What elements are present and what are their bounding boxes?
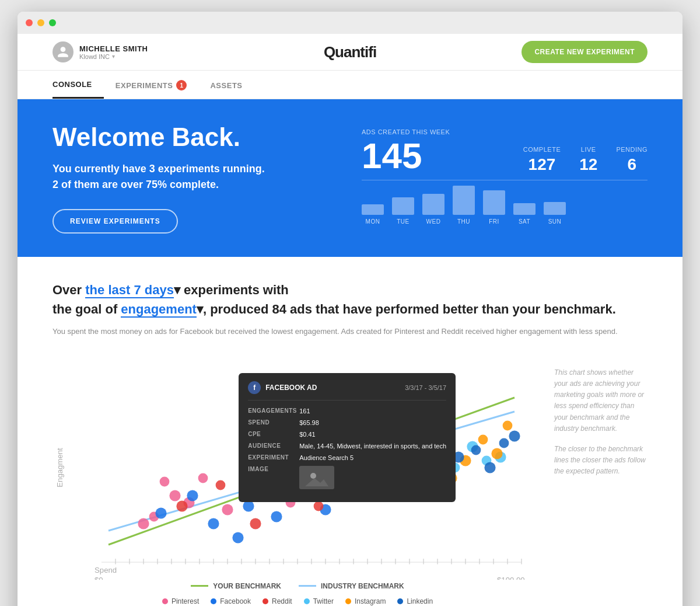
tooltip-experiment: EXPERIMENT Audience Search 5 xyxy=(248,454,446,461)
minimize-dot[interactable] xyxy=(37,19,44,26)
svg-point-49 xyxy=(208,518,219,529)
svg-point-83 xyxy=(471,445,481,455)
svg-point-55 xyxy=(232,532,243,543)
insight-heading: Over the last 7 days▾ experiments withth… xyxy=(52,280,648,319)
header-right: CREATE NEW EXPERIMENT xyxy=(449,41,648,63)
chart-tooltip: f FACEBOOK AD 3/3/17 - 3/5/17 ENGAGEMENT… xyxy=(239,373,456,502)
experiments-badge: 1 xyxy=(176,80,187,90)
stats-top: ADS CREATED THIS WEEK 145 COMPLETE 127 L… xyxy=(362,128,648,180)
tooltip-audience: AUDIENCE Male, 14-45, Midwest, intereste… xyxy=(248,443,446,450)
bar-wed: WED xyxy=(422,194,444,225)
svg-point-41 xyxy=(198,473,208,483)
tooltip-date: 3/3/17 - 3/5/17 xyxy=(405,384,446,391)
svg-point-63 xyxy=(314,501,324,511)
legend-linkedin: Linkedin xyxy=(397,597,433,605)
svg-point-75 xyxy=(478,434,488,444)
svg-text:$0: $0 xyxy=(94,576,103,580)
period-link[interactable]: the last 7 days xyxy=(85,283,174,298)
scatter-chart: Engagment Spend $0 $100.00 xyxy=(52,356,542,605)
svg-text:Engagment: Engagment xyxy=(55,448,64,487)
bar-sun: SUN xyxy=(544,202,566,225)
app-window: MICHELLE SMITH Klowd INC ▾ Quantifi CREA… xyxy=(18,12,682,606)
facebook-icon: f xyxy=(248,381,261,394)
svg-point-84 xyxy=(484,462,495,473)
svg-point-53 xyxy=(271,511,282,522)
svg-point-39 xyxy=(160,476,170,486)
bar-fri: FRI xyxy=(483,190,505,225)
tooltip-engagements: ENGAGEMENTS 161 xyxy=(248,408,446,415)
svg-point-85 xyxy=(499,438,509,448)
hero-stats: ADS CREATED THIS WEEK 145 COMPLETE 127 L… xyxy=(362,123,648,225)
nav-console[interactable]: CONSOLE xyxy=(52,71,104,99)
svg-point-58 xyxy=(216,480,226,490)
insight-prefix: Over xyxy=(52,283,82,297)
maximize-dot[interactable] xyxy=(49,19,56,26)
bar-thu: THU xyxy=(453,186,475,225)
live-stat: LIVE 12 xyxy=(579,146,597,174)
ads-value: 145 xyxy=(362,138,523,174)
hero-banner: Welcome Back. You currently have 3 exper… xyxy=(18,99,682,257)
close-dot[interactable] xyxy=(26,19,33,26)
avatar xyxy=(52,41,74,62)
legend-facebook: Facebook xyxy=(211,597,251,605)
goal-link[interactable]: engagement xyxy=(121,302,197,318)
platform-legend: Pinterest Facebook Reddit Twitter xyxy=(52,597,542,605)
svg-point-46 xyxy=(155,507,166,518)
chart-description: This chart shows whether your ads are ac… xyxy=(554,356,648,605)
user-text: MICHELLE SMITH Klowd INC ▾ xyxy=(79,44,148,60)
review-experiments-button[interactable]: REVIEW EXPERIMENTS xyxy=(52,209,178,234)
nav-experiments[interactable]: EXPERIMENTS 1 xyxy=(116,71,199,99)
main-nav: CONSOLE EXPERIMENTS 1 ASSETS xyxy=(18,71,682,99)
tooltip-cpe: CPE $0.41 xyxy=(248,431,446,438)
tooltip-image-preview xyxy=(299,466,334,489)
legend-instagram: Instagram xyxy=(345,597,386,605)
bar-tue: TUE xyxy=(392,197,414,225)
svg-point-57 xyxy=(176,500,187,511)
bar-mon: MON xyxy=(362,204,384,225)
titlebar xyxy=(18,12,682,34)
pending-stat: PENDING 6 xyxy=(616,146,648,174)
weekly-bar-chart: MON TUE WED THU FRI xyxy=(362,190,648,225)
bar-sat: SAT xyxy=(513,203,536,225)
svg-point-38 xyxy=(169,490,180,501)
ads-created-stat: ADS CREATED THIS WEEK 145 xyxy=(362,128,523,174)
svg-point-62 xyxy=(250,518,261,529)
tooltip-image: IMAGE xyxy=(248,466,446,489)
chevron-down-icon: ▾ xyxy=(112,53,115,60)
create-experiment-button[interactable]: CREATE NEW EXPERIMENT xyxy=(522,41,648,63)
legend-twitter: Twitter xyxy=(304,597,334,605)
hero-subtitle: You currently have 3 experiments running… xyxy=(52,161,338,193)
svg-point-47 xyxy=(187,490,198,501)
svg-point-48 xyxy=(243,500,254,511)
header: MICHELLE SMITH Klowd INC ▾ Quantifi CREA… xyxy=(18,34,682,71)
complete-stat: COMPLETE 127 xyxy=(523,146,561,174)
svg-point-76 xyxy=(491,448,502,459)
svg-point-77 xyxy=(503,420,513,430)
user-company: Klowd INC ▾ xyxy=(79,53,148,60)
svg-point-86 xyxy=(509,430,520,441)
main-content: Over the last 7 days▾ experiments withth… xyxy=(18,257,682,606)
hero-title: Welcome Back. xyxy=(52,123,338,152)
tooltip-header: f FACEBOOK AD 3/3/17 - 3/5/17 xyxy=(248,381,446,400)
app-logo: Quantifi xyxy=(251,43,449,61)
user-name: MICHELLE SMITH xyxy=(79,44,148,53)
legend-pinterest: Pinterest xyxy=(162,597,199,605)
insight-description: You spent the most money on ads for Face… xyxy=(52,326,648,338)
tooltip-spend: SPEND $65.98 xyxy=(248,419,446,426)
legend-reddit: Reddit xyxy=(262,597,292,605)
svg-point-37 xyxy=(138,518,149,529)
hero-left: Welcome Back. You currently have 3 exper… xyxy=(52,123,338,234)
your-benchmark-legend: YOUR BENCHMARK xyxy=(191,582,281,590)
tooltip-platform: FACEBOOK AD xyxy=(265,384,317,392)
nav-assets[interactable]: ASSETS xyxy=(210,71,254,99)
benchmark-legend: YOUR BENCHMARK INDUSTRY BENCHMARK xyxy=(52,582,542,590)
ads-label: ADS CREATED THIS WEEK xyxy=(362,128,523,135)
svg-text:Spend: Spend xyxy=(94,566,117,574)
secondary-stats: COMPLETE 127 LIVE 12 PENDING 6 xyxy=(523,146,648,174)
svg-text:$100.00: $100.00 xyxy=(497,576,525,580)
user-info: MICHELLE SMITH Klowd INC ▾ xyxy=(52,41,251,62)
industry-benchmark-legend: INDUSTRY BENCHMARK xyxy=(299,582,404,590)
svg-point-89 xyxy=(310,473,316,479)
chart-area: Engagment Spend $0 $100.00 xyxy=(52,356,648,605)
svg-point-42 xyxy=(222,504,233,515)
